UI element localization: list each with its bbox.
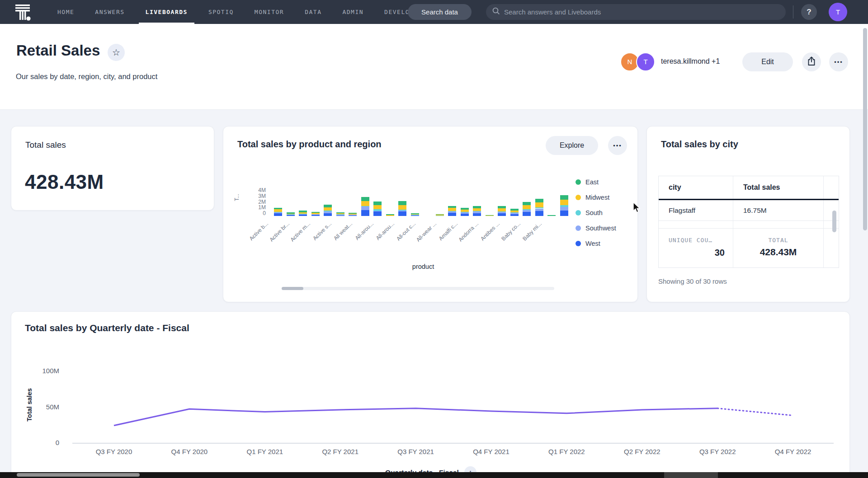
global-search-input[interactable]: Search answers and Liveboards bbox=[486, 4, 786, 20]
share-button[interactable] bbox=[802, 52, 821, 71]
page-vertical-scrollbar[interactable] bbox=[863, 28, 867, 230]
bar-segment-midwest bbox=[411, 214, 419, 215]
bar-segment-east bbox=[473, 206, 481, 208]
legend-dot-icon bbox=[576, 210, 581, 216]
bar-segment-midwest bbox=[523, 205, 531, 209]
chart-more-options-button[interactable]: ••• bbox=[608, 136, 627, 155]
bar-segment-east bbox=[274, 208, 282, 210]
stacked-bar[interactable] bbox=[274, 185, 282, 216]
stacked-bar[interactable] bbox=[498, 185, 506, 216]
summary-unique-count: UNIQUE COU… 30 bbox=[659, 229, 733, 267]
nav-item-answers[interactable]: ANSWERS bbox=[88, 0, 131, 24]
stacked-bar[interactable] bbox=[436, 185, 444, 216]
bar-segment-east bbox=[287, 212, 295, 214]
line-x-tick: Q3 FY 2020 bbox=[85, 448, 143, 455]
kpi-title: Total sales bbox=[25, 140, 66, 150]
bar-segment-southwest bbox=[461, 212, 469, 214]
bar-segment-midwest bbox=[361, 201, 369, 206]
summary-total: TOTAL 428.43M bbox=[733, 229, 824, 267]
bar-segment-southwest bbox=[523, 210, 531, 212]
stacked-bar[interactable] bbox=[523, 185, 531, 216]
help-button[interactable]: ? bbox=[801, 4, 817, 20]
favorite-star-icon[interactable]: ☆ bbox=[108, 44, 125, 61]
table-row[interactable]: Flagstaff 16.75M bbox=[659, 200, 839, 221]
stacked-bar[interactable] bbox=[411, 185, 419, 216]
nav-item-monitor[interactable]: MONITOR bbox=[248, 0, 291, 24]
owners-label[interactable]: teresa.killmond +1 bbox=[661, 57, 720, 66]
bar-segment-south bbox=[510, 212, 519, 213]
stacked-bar[interactable] bbox=[547, 185, 556, 216]
chart-card-quarterly: Total sales by Quarterly date - Fiscal T… bbox=[11, 311, 850, 478]
stacked-bar[interactable] bbox=[299, 185, 307, 216]
city-table: city Total sales Flagstaff 16.75M UNIQUE… bbox=[658, 176, 839, 268]
kpi-card-total-sales[interactable]: Total sales 428.43M bbox=[11, 126, 214, 211]
timeline-thumb-segment[interactable] bbox=[664, 472, 718, 478]
chart-title: Total sales by product and region bbox=[237, 139, 382, 150]
bar-segment-east bbox=[436, 214, 444, 215]
chart-horizontal-scrollbar[interactable] bbox=[282, 287, 554, 290]
chart-card-product-region: Total sales by product and region Explor… bbox=[223, 126, 638, 302]
legend-item-east[interactable]: East bbox=[576, 179, 616, 185]
legend-dot-icon bbox=[576, 195, 581, 200]
stacked-bar[interactable] bbox=[311, 185, 320, 216]
stacked-bar[interactable] bbox=[361, 185, 369, 216]
bar-segment-southwest bbox=[336, 215, 344, 216]
stacked-bar[interactable] bbox=[287, 185, 295, 216]
stacked-bar[interactable] bbox=[535, 185, 543, 216]
stacked-bar[interactable] bbox=[398, 185, 406, 216]
owner-avatar-t[interactable]: T bbox=[636, 52, 655, 71]
bar-segment-south bbox=[535, 207, 543, 209]
stacked-bar[interactable] bbox=[336, 185, 344, 216]
line-x-tick: Q4 FY 2020 bbox=[160, 448, 219, 455]
stacked-bar[interactable] bbox=[461, 185, 469, 216]
column-header-total-sales[interactable]: Total sales bbox=[733, 176, 824, 199]
explore-button[interactable]: Explore bbox=[546, 136, 598, 155]
nav-item-liveboards[interactable]: LIVEBOARDS bbox=[139, 0, 194, 24]
stacked-bar[interactable] bbox=[349, 185, 357, 216]
bar-segment-south bbox=[498, 211, 506, 212]
bar-segment-southwest bbox=[510, 213, 519, 214]
table-vertical-scrollbar[interactable] bbox=[832, 211, 836, 232]
legend-item-midwest[interactable]: Midwest bbox=[576, 194, 616, 201]
timeline-progress-segment[interactable] bbox=[17, 473, 140, 477]
table-row-count: Showing 30 of 30 rows bbox=[658, 277, 727, 285]
stacked-bar[interactable] bbox=[448, 185, 456, 216]
line-x-tick: Q2 FY 2021 bbox=[311, 448, 370, 455]
cell-city: Flagstaff bbox=[659, 200, 733, 220]
stacked-bar[interactable] bbox=[373, 185, 382, 216]
legend-item-south[interactable]: South bbox=[576, 210, 616, 216]
stacked-bar[interactable] bbox=[386, 185, 394, 216]
bar-segment-east bbox=[560, 195, 568, 200]
bar-segment-east bbox=[361, 197, 369, 201]
stacked-bar[interactable] bbox=[324, 185, 332, 216]
stacked-bar[interactable] bbox=[510, 185, 519, 216]
legend-item-southwest[interactable]: Southwest bbox=[576, 225, 616, 231]
bar-segment-west bbox=[411, 216, 419, 216]
legend-dot-icon bbox=[576, 241, 581, 246]
bar-segment-midwest bbox=[486, 216, 494, 216]
nav-item-spotiq[interactable]: SPOTIQ bbox=[202, 0, 241, 24]
more-options-button[interactable]: ••• bbox=[829, 52, 848, 71]
legend-item-west[interactable]: West bbox=[576, 240, 616, 247]
search-data-button[interactable]: Search data bbox=[408, 4, 472, 20]
stacked-bar-plot bbox=[274, 185, 572, 216]
bar-segment-east bbox=[336, 212, 344, 213]
stacked-bar[interactable] bbox=[560, 185, 568, 216]
nav-item-admin[interactable]: ADMIN bbox=[335, 0, 370, 24]
user-avatar[interactable]: T bbox=[829, 3, 847, 21]
nav-item-home[interactable]: HOME bbox=[51, 0, 81, 24]
bar-segment-east bbox=[349, 213, 357, 213]
bar-segment-midwest bbox=[311, 213, 320, 214]
bar-segment-west bbox=[373, 211, 382, 216]
stacked-bar[interactable] bbox=[423, 185, 431, 216]
bar-segment-east bbox=[510, 209, 519, 211]
thoughtspot-logo-icon[interactable] bbox=[14, 2, 33, 24]
bar-segment-midwest bbox=[448, 208, 456, 211]
bar-segment-east bbox=[311, 212, 320, 213]
nav-item-data[interactable]: DATA bbox=[298, 0, 328, 24]
scrollbar-thumb[interactable] bbox=[282, 287, 303, 290]
stacked-bar[interactable] bbox=[473, 185, 481, 216]
stacked-bar[interactable] bbox=[486, 185, 494, 216]
edit-button[interactable]: Edit bbox=[742, 52, 793, 71]
column-header-city[interactable]: city bbox=[659, 176, 733, 199]
